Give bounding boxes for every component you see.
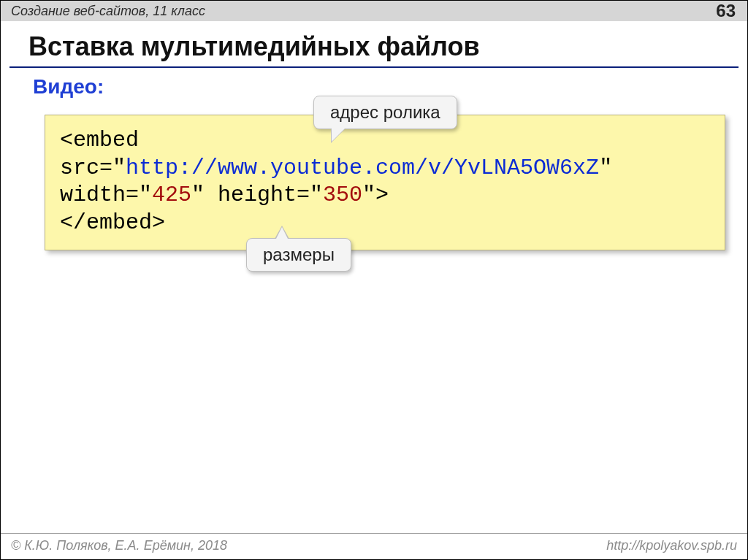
copyright: © К.Ю. Поляков, Е.А. Ерёмин, 2018 — [11, 538, 227, 553]
topic-label: Создание веб-сайтов, 11 класс — [11, 4, 205, 18]
code-width-value: 425 — [152, 183, 191, 207]
page-number: 63 — [716, 1, 736, 21]
code-text: src=" — [60, 156, 126, 180]
slide: Создание веб-сайтов, 11 класс 63 Вставка… — [0, 0, 748, 560]
code-text: " height=" — [191, 183, 323, 207]
code-text: </embed> — [60, 210, 165, 235]
code-text: <embed — [60, 128, 139, 153]
top-bar: Создание веб-сайтов, 11 класс 63 — [1, 1, 747, 21]
footer-url: http://kpolyakov.spb.ru — [606, 538, 737, 553]
callout-label: адрес ролика — [330, 102, 440, 122]
code-height-value: 350 — [323, 183, 362, 207]
page-title: Вставка мультимедийных файлов — [28, 31, 747, 62]
code-block: <embed src="http://www.youtube.com/v/YvL… — [45, 115, 725, 250]
title-rule — [9, 66, 739, 68]
code-text: " — [599, 156, 612, 180]
callout-address: адрес ролика — [313, 96, 457, 129]
code-text: width=" — [60, 183, 152, 207]
footer: © К.Ю. Поляков, Е.А. Ерёмин, 2018 http:/… — [1, 533, 747, 559]
code-url: http://www.youtube.com/v/YvLNA5OW6xZ — [126, 156, 599, 180]
code-text: "> — [362, 183, 389, 207]
callout-sizes: размеры — [246, 238, 351, 272]
callout-label: размеры — [263, 245, 335, 264]
